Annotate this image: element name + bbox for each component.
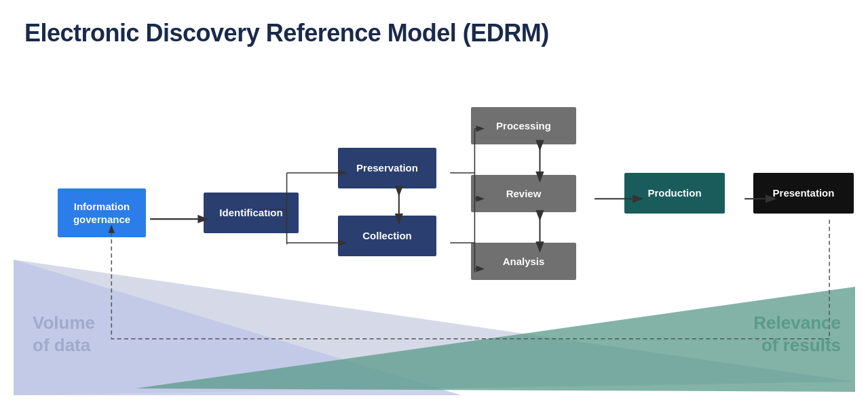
box-presentation: Presentation	[753, 173, 854, 214]
box-review: Review	[471, 175, 576, 212]
volume-label: Volume of data	[33, 312, 95, 356]
relevance-label: Relevance of results	[753, 312, 841, 356]
page-container: Electronic Discovery Reference Model (ED…	[0, 0, 868, 402]
box-production: Production	[624, 173, 725, 214]
box-collection: Collection	[338, 216, 436, 256]
page-title: Electronic Discovery Reference Model (ED…	[24, 19, 844, 47]
box-processing: Processing	[471, 107, 576, 144]
box-preservation: Preservation	[338, 148, 436, 188]
box-identification: Identification	[204, 193, 299, 233]
diagram-wrapper: Information governance Identification Pr…	[20, 68, 848, 365]
box-analysis: Analysis	[471, 243, 576, 280]
box-information-governance: Information governance	[58, 188, 146, 237]
